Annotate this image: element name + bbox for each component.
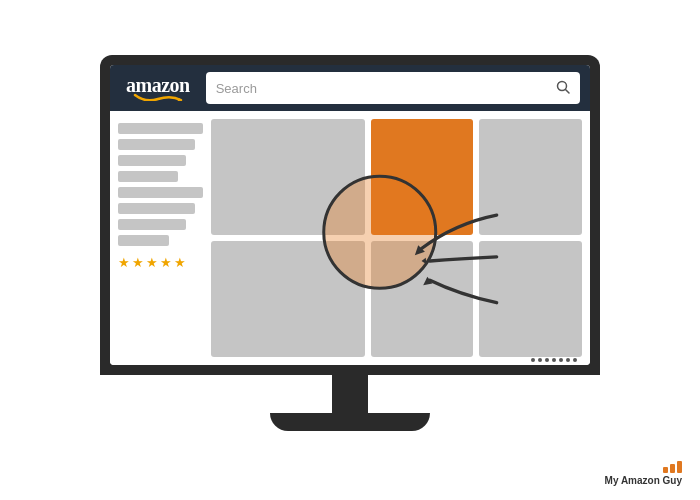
sidebar-line [118, 203, 195, 214]
indicator-7 [573, 358, 577, 362]
branding-bars-icon [663, 461, 682, 473]
sidebar-line [118, 155, 186, 166]
star-3: ★ [146, 255, 158, 270]
sidebar-line [118, 171, 178, 182]
sidebar: ★ ★ ★ ★ ★ [118, 119, 203, 357]
bar-3 [677, 461, 682, 473]
amazon-logo-text: amazon [126, 75, 190, 95]
amazon-smile-icon [133, 93, 183, 101]
monitor: amazon Search [90, 55, 610, 445]
sidebar-line [118, 187, 203, 198]
indicator-6 [566, 358, 570, 362]
branding: My Amazon Guy [605, 461, 682, 486]
monitor-stand-neck [332, 375, 368, 413]
sidebar-line [118, 123, 203, 134]
indicator-1 [531, 358, 535, 362]
sidebar-line [118, 139, 195, 150]
product-image-4 [479, 241, 582, 357]
monitor-indicators [528, 355, 580, 365]
star-rating: ★ ★ ★ ★ ★ [118, 255, 203, 270]
bar-1 [663, 467, 668, 473]
star-1: ★ [118, 255, 130, 270]
amazon-logo: amazon [120, 71, 196, 105]
magnify-circle [322, 175, 437, 290]
search-icon [556, 80, 570, 97]
amazon-header: amazon Search [110, 65, 590, 111]
product-image-1 [479, 119, 582, 235]
monitor-screen: amazon Search [110, 65, 590, 365]
content-area: ★ ★ ★ ★ ★ [110, 111, 590, 365]
indicator-2 [538, 358, 542, 362]
star-5: ★ [174, 255, 186, 270]
monitor-stand-base [270, 413, 430, 431]
svg-line-2 [566, 89, 570, 93]
star-4: ★ [160, 255, 172, 270]
bar-2 [670, 464, 675, 473]
sidebar-line [118, 219, 186, 230]
indicator-3 [545, 358, 549, 362]
search-bar[interactable]: Search [206, 72, 580, 104]
product-grid [211, 119, 582, 357]
branding-label: My Amazon Guy [605, 475, 682, 486]
scene: amazon Search [0, 0, 700, 500]
indicator-4 [552, 358, 556, 362]
indicator-5 [559, 358, 563, 362]
star-2: ★ [132, 255, 144, 270]
monitor-body: amazon Search [100, 55, 600, 375]
search-input[interactable]: Search [216, 81, 550, 96]
sidebar-line [118, 235, 169, 246]
